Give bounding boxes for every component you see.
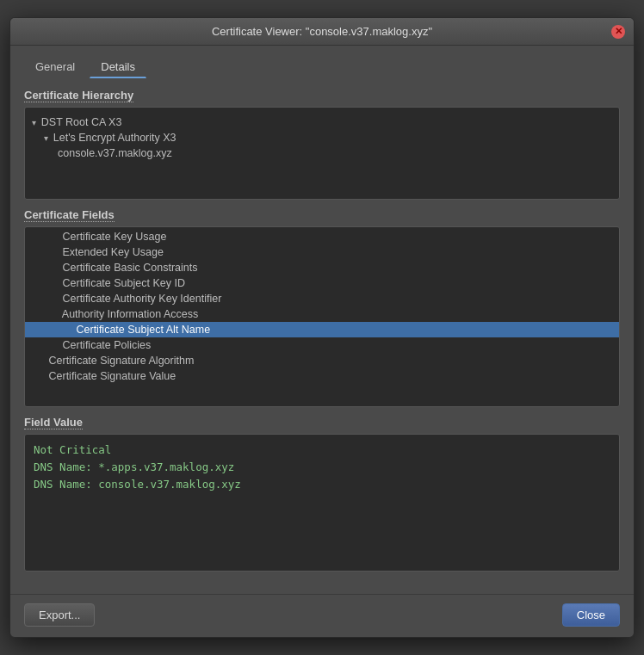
hierarchy-tree[interactable]: ▾ DST Root CA X3 ▾ Let's Encrypt Authori… (24, 107, 620, 200)
export-button[interactable]: Export... (24, 603, 95, 627)
hierarchy-section: Certificate Hierarchy ▾ DST Root CA X3 ▾… (24, 89, 620, 200)
field-policies[interactable]: Certificate Policies (25, 337, 619, 353)
field-value-text: Not Critical DNS Name: *.apps.v37.maklog… (34, 442, 610, 493)
close-button[interactable]: Close (562, 603, 620, 627)
field-value-box: Not Critical DNS Name: *.apps.v37.maklog… (24, 434, 620, 572)
hierarchy-title: Certificate Hierarchy (24, 89, 620, 102)
field-authority-key-id[interactable]: Certificate Authority Key Identifier (25, 291, 619, 306)
field-extended-key-usage[interactable]: Extended Key Usage (25, 244, 619, 260)
tree-item-console[interactable]: console.v37.maklog.xyz (25, 145, 619, 161)
arrow-icon-dst: ▾ (32, 118, 39, 127)
field-subject-alt-name[interactable]: Certificate Subject Alt Name (25, 322, 619, 337)
window-close-button[interactable]: ✕ (611, 25, 625, 39)
field-signature-algorithm[interactable]: Certificate Signature Algorithm (25, 353, 619, 368)
fields-title: Certificate Fields (24, 208, 620, 221)
tree-item-dst[interactable]: ▾ DST Root CA X3 (25, 114, 619, 130)
bottom-bar: Export... Close (10, 594, 634, 637)
title-bar: Certificate Viewer: "console.v37.maklog.… (10, 18, 634, 46)
certificate-viewer-dialog: Certificate Viewer: "console.v37.maklog.… (9, 17, 635, 638)
tab-bar: General Details (24, 56, 620, 78)
fields-section: Certificate Fields Certificate Key Usage… (24, 208, 620, 407)
hierarchy-list: ▾ DST Root CA X3 ▾ Let's Encrypt Authori… (25, 113, 619, 163)
fields-list-box[interactable]: Certificate Key Usage Extended Key Usage… (24, 226, 620, 407)
field-value-title: Field Value (24, 416, 620, 429)
field-subject-key-id[interactable]: Certificate Subject Key ID (25, 275, 619, 291)
dialog-title: Certificate Viewer: "console.v37.maklog.… (212, 25, 432, 38)
field-basic-constraints[interactable]: Certificate Basic Constraints (25, 260, 619, 275)
arrow-icon-letsencrypt: ▾ (44, 133, 51, 143)
tab-details[interactable]: Details (90, 56, 146, 78)
fields-list: Certificate Key Usage Extended Key Usage… (25, 227, 619, 386)
tab-general[interactable]: General (24, 56, 86, 78)
field-value-section: Field Value Not Critical DNS Name: *.app… (24, 416, 620, 572)
field-authority-info-access[interactable]: Authority Information Access (25, 306, 619, 322)
tree-item-letsencrypt[interactable]: ▾ Let's Encrypt Authority X3 (25, 130, 619, 145)
dialog-body: General Details Certificate Hierarchy ▾ … (10, 46, 634, 594)
field-key-usage[interactable]: Certificate Key Usage (25, 229, 619, 244)
field-signature-value[interactable]: Certificate Signature Value (25, 368, 619, 384)
